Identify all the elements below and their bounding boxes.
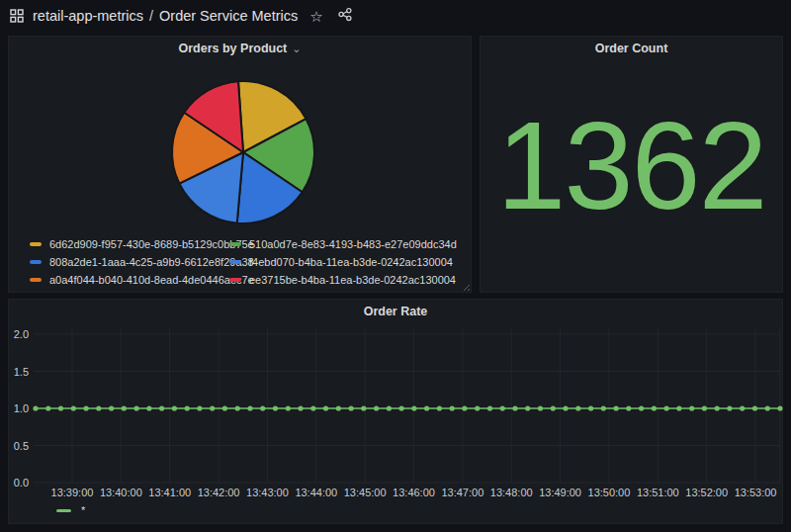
series-label: * (81, 504, 85, 516)
series-point (702, 405, 707, 410)
legend-item[interactable]: 510a0d7e-8e83-4193-b483-e27e09ddc34d (229, 235, 457, 253)
x-axis-tick-label: 13:50:00 (588, 487, 631, 498)
series-point (538, 405, 543, 410)
series-point (525, 405, 530, 410)
series-point (450, 405, 455, 410)
series-point (361, 405, 366, 410)
x-axis-tick-label: 13:51:00 (637, 487, 679, 498)
breadcrumb-folder[interactable]: retail-app-metrics (33, 8, 143, 24)
legend-label: ee3715be-b4ba-11ea-b3de-0242ac130004 (249, 274, 456, 286)
order-rate-line-chart[interactable]: 2.01.51.00.50.013:39:0013:40:0013:41:001… (9, 323, 784, 503)
star-icon[interactable]: ☆ (309, 9, 322, 24)
series-point (475, 405, 480, 410)
series-point (172, 405, 177, 410)
series-point (134, 405, 139, 410)
rate-panel-title-menu[interactable]: Order Rate (9, 300, 782, 323)
dashboard-header: retail-app-metrics / Order Service Metri… (0, 0, 791, 32)
legend-label: 808a2de1-1aaa-4c25-a9b9-6612e8f29a38 (49, 256, 254, 268)
y-axis-tick-label: 1.5 (14, 366, 29, 378)
series-point (652, 405, 657, 410)
breadcrumb-dashboard[interactable]: Order Service Metrics (159, 8, 298, 24)
x-axis-tick-label: 13:44:00 (295, 487, 337, 498)
series-point (740, 405, 745, 410)
legend-item[interactable]: ee3715be-b4ba-11ea-b3de-0242ac130004 (229, 271, 457, 289)
x-axis-tick-label: 13:53:00 (735, 487, 777, 498)
x-axis-tick-label: 13:46:00 (393, 487, 435, 498)
series-point (752, 405, 757, 410)
series-point (349, 405, 354, 410)
series-point (575, 405, 580, 410)
pie-legend: 6d62d909-f957-430e-8689-b5129c0bb75e510a… (30, 235, 457, 289)
series-point (563, 405, 568, 410)
series-point (689, 405, 694, 410)
series-point (323, 405, 328, 410)
panel-orders-by-product: Orders by Product ⌄ 6d62d909-f957-430e-8… (8, 36, 472, 293)
series-point (58, 405, 63, 410)
series-point (374, 405, 379, 410)
legend-swatch (229, 278, 241, 282)
x-axis-tick-label: 13:49:00 (539, 487, 581, 498)
count-panel-title-menu[interactable]: Order Count (481, 37, 782, 60)
dashboards-grid-icon[interactable] (10, 9, 24, 23)
series-point (122, 405, 127, 410)
series-point (614, 405, 619, 410)
pie-panel-title-menu[interactable]: Orders by Product ⌄ (9, 37, 471, 60)
legend-label: 6d62d909-f957-430e-8689-b5129c0bb75e (49, 238, 254, 250)
x-axis-tick-label: 13:41:00 (148, 487, 191, 498)
series-point (298, 405, 303, 410)
series-point (676, 405, 681, 410)
series-point (210, 405, 215, 410)
share-icon[interactable] (337, 7, 353, 26)
legend-swatch (30, 242, 42, 246)
series-point (664, 405, 669, 410)
series-point (336, 405, 341, 410)
series-point (222, 405, 227, 410)
series-point (247, 405, 252, 410)
rate-legend-item[interactable]: * (56, 502, 85, 518)
series-point (601, 405, 606, 410)
series-point (185, 405, 190, 410)
series-point (197, 405, 202, 410)
series-point (399, 405, 404, 410)
x-axis-tick-label: 13:48:00 (490, 487, 533, 498)
series-point (715, 405, 720, 410)
series-point (424, 405, 429, 410)
series-point (551, 405, 556, 410)
x-axis-tick-label: 13:42:00 (198, 487, 240, 498)
panel-order-rate: Order Rate 2.01.51.00.50.013:39:0013:40:… (8, 299, 783, 524)
x-axis-tick-label: 13:45:00 (344, 487, 387, 498)
breadcrumb-separator: / (149, 8, 153, 24)
y-axis-tick-label: 2.0 (14, 328, 29, 340)
series-point (45, 405, 50, 410)
series-point (146, 405, 151, 410)
legend-item[interactable]: 808a2de1-1aaa-4c25-a9b9-6612e8f29a38 (30, 253, 229, 271)
panel-resize-handle[interactable] (461, 282, 470, 291)
pie-chart[interactable] (164, 73, 322, 231)
series-point (310, 405, 315, 410)
legend-item[interactable]: 6d62d909-f957-430e-8689-b5129c0bb75e (30, 235, 229, 253)
x-axis-tick-label: 13:43:00 (246, 487, 289, 498)
series-point (437, 405, 442, 410)
x-axis-tick-label: 13:52:00 (685, 487, 728, 498)
series-point (777, 405, 782, 410)
series-point (71, 405, 76, 410)
series-point (33, 405, 38, 410)
series-point (387, 405, 392, 410)
series-point (260, 405, 265, 410)
series-point (159, 405, 164, 410)
series-point (273, 405, 278, 410)
series-point (626, 405, 631, 410)
series-point (411, 405, 416, 410)
legend-item[interactable]: f4ebd070-b4ba-11ea-b3de-0242ac130004 (229, 253, 457, 271)
legend-swatch (30, 278, 42, 282)
x-axis-tick-label: 13:39:00 (51, 487, 94, 498)
series-point (487, 405, 492, 410)
series-point (639, 405, 644, 410)
legend-swatch (229, 242, 241, 246)
legend-item[interactable]: a0a4f044-b040-410d-8ead-4de0446aec7e (30, 271, 229, 289)
series-point (727, 405, 732, 410)
series-point (512, 405, 517, 410)
breadcrumb: retail-app-metrics / Order Service Metri… (33, 8, 298, 24)
series-point (286, 405, 291, 410)
series-point (84, 405, 89, 410)
